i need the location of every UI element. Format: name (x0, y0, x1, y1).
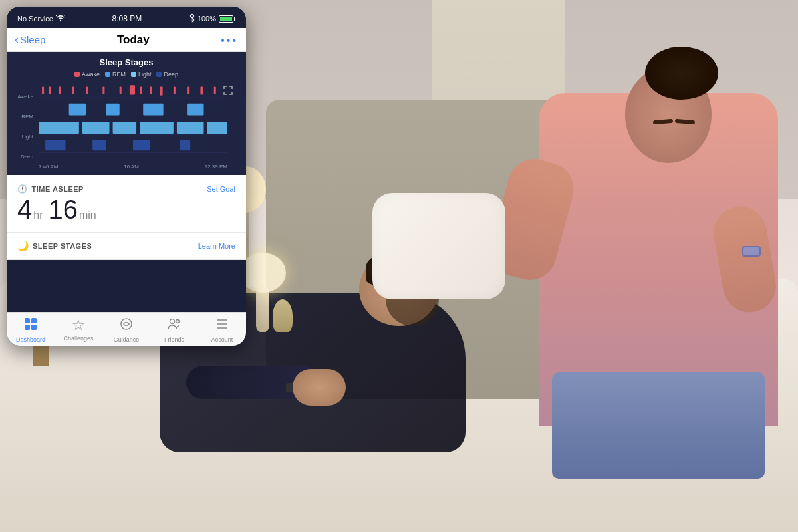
nav-bar: ‹ Sleep Today ••• (7, 28, 246, 52)
battery-icon (219, 15, 235, 23)
light-label: Light (138, 71, 152, 78)
sleep-hours: 4 (17, 196, 32, 223)
person-woman (492, 27, 778, 479)
guidance-label: Guidance (114, 336, 140, 343)
status-bar: No Service 8:08 PM 100% (7, 7, 246, 28)
time-asleep-label: TIME ASLEEP (32, 185, 84, 193)
expand-button[interactable] (223, 86, 233, 97)
svg-rect-34 (25, 318, 30, 323)
svg-rect-29 (160, 87, 163, 96)
back-button[interactable]: ‹ Sleep (15, 33, 45, 47)
chart-canvas (39, 83, 227, 156)
y-label-rem: REM (15, 114, 36, 120)
rem-label: REM (112, 71, 126, 78)
svg-rect-20 (49, 87, 51, 94)
svg-point-38 (121, 319, 132, 329)
svg-rect-37 (31, 325, 37, 330)
sleep-minutes: 16 (48, 196, 78, 223)
sleep-stages-section: 🌙 SLEEP STAGES Learn More (7, 233, 246, 260)
chart-x-labels: 7:46 AM 10 AM 12:39 PM (39, 164, 227, 170)
svg-rect-12 (140, 122, 174, 134)
more-button[interactable]: ••• (221, 32, 238, 47)
chart-section: Sleep Stages Awake REM Light Deep (7, 52, 246, 175)
hr-unit: hr (33, 209, 43, 221)
learn-more-button[interactable]: Learn More (198, 242, 235, 250)
svg-rect-28 (150, 87, 152, 94)
svg-rect-21 (59, 87, 61, 94)
svg-rect-25 (120, 87, 122, 94)
svg-point-39 (170, 319, 175, 324)
min-unit: min (79, 209, 96, 221)
svg-rect-31 (187, 87, 189, 94)
back-label: Sleep (20, 34, 45, 45)
chart-title: Sleep Stages (15, 57, 238, 67)
svg-rect-15 (69, 104, 86, 116)
awake-dot (74, 72, 80, 77)
pillow (372, 193, 505, 299)
svg-rect-13 (177, 122, 204, 134)
svg-rect-18 (187, 104, 203, 116)
svg-rect-35 (31, 318, 37, 323)
tab-challenges[interactable]: ☆ Challenges (61, 317, 97, 343)
back-arrow-icon: ‹ (15, 33, 19, 47)
tab-friends[interactable]: Friends (156, 317, 193, 343)
tab-account[interactable]: Account (204, 317, 241, 343)
svg-rect-8 (180, 140, 190, 150)
svg-rect-17 (143, 104, 163, 116)
svg-rect-33 (214, 87, 216, 94)
svg-rect-16 (106, 104, 119, 116)
status-right: 100% (189, 13, 235, 24)
time-asleep-section: 🕐 TIME ASLEEP Set Goal 4 hr 16 min (7, 175, 246, 233)
deep-label: Deep (164, 71, 178, 78)
x-label-start: 7:46 AM (39, 164, 58, 170)
y-label-awake: Awake (15, 94, 36, 100)
sleep-stages-label: SLEEP STAGES (33, 242, 92, 250)
time-asleep-header: 🕐 TIME ASLEEP Set Goal (17, 184, 235, 194)
challenges-label: Challenges (63, 335, 93, 342)
svg-rect-10 (82, 122, 110, 134)
y-label-light: Light (15, 134, 36, 140)
svg-point-0 (60, 19, 61, 21)
fitbit-tracker-woman (735, 246, 768, 266)
friends-label: Friends (164, 336, 184, 343)
friends-icon (167, 317, 182, 335)
time-display: 8:08 PM (112, 14, 142, 23)
dashboard-label: Dashboard (16, 336, 45, 343)
svg-rect-30 (174, 87, 176, 94)
x-label-mid: 10 AM (124, 164, 139, 170)
more-icon: ••• (221, 35, 238, 46)
sleep-chart-area: Awake REM Light Deep (15, 83, 238, 170)
chart-legend: Awake REM Light Deep (15, 71, 238, 78)
svg-rect-6 (92, 140, 106, 150)
status-left: No Service (17, 15, 65, 23)
awake-label: Awake (82, 71, 100, 78)
svg-rect-36 (25, 325, 30, 330)
battery-percent: 100% (198, 15, 216, 23)
legend-awake: Awake (74, 71, 100, 78)
tab-dashboard[interactable]: Dashboard (13, 317, 49, 343)
no-service-text: No Service (17, 15, 53, 23)
time-asleep-label-group: 🕐 TIME ASLEEP (17, 184, 84, 194)
svg-rect-27 (140, 87, 142, 94)
account-icon (215, 317, 229, 335)
svg-rect-22 (72, 87, 74, 94)
svg-rect-19 (42, 87, 44, 94)
svg-rect-5 (45, 140, 65, 150)
light-dot (131, 72, 136, 77)
y-label-deep: Deep (15, 154, 36, 160)
set-goal-button[interactable]: Set Goal (207, 185, 235, 193)
sleep-duration: 4 hr 16 min (17, 196, 235, 223)
chart-y-labels: Awake REM Light Deep (15, 83, 36, 170)
svg-rect-11 (113, 122, 137, 134)
page-title: Today (45, 33, 221, 47)
deep-dot (156, 72, 162, 77)
content-area: 🕐 TIME ASLEEP Set Goal 4 hr 16 min 🌙 SLE… (7, 175, 246, 260)
tab-guidance[interactable]: Guidance (108, 317, 145, 343)
rem-dot (105, 72, 110, 77)
moon-icon: 🌙 (17, 241, 29, 251)
x-label-end: 12:39 PM (205, 164, 227, 170)
svg-rect-26 (130, 85, 135, 94)
account-label: Account (211, 336, 233, 343)
svg-point-40 (176, 320, 180, 323)
sleep-stages-left: 🌙 SLEEP STAGES (17, 241, 92, 251)
